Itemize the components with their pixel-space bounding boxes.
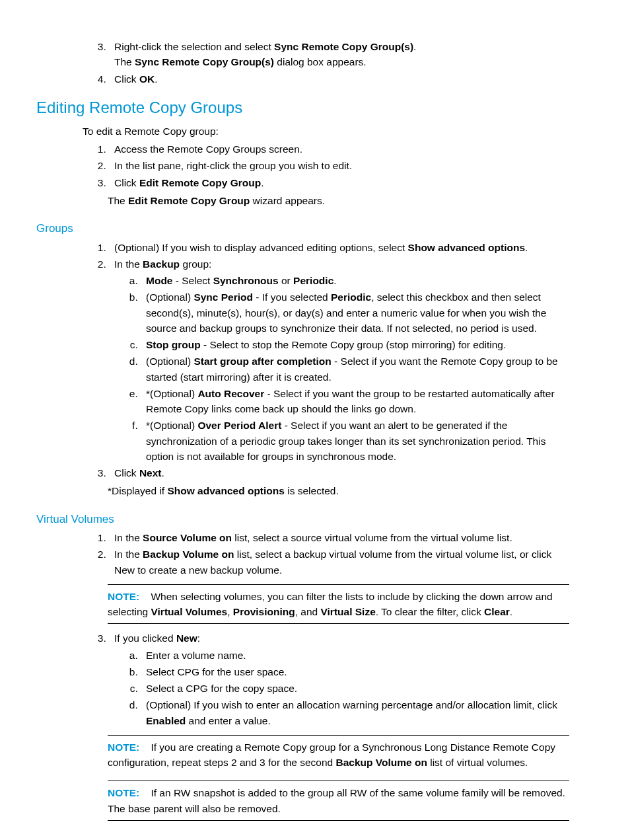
text: or xyxy=(279,275,293,286)
edit-step-3: Click Edit Remote Copy Group. xyxy=(109,175,569,190)
bold: Over Period Alert xyxy=(197,420,281,431)
text: - If you selected xyxy=(253,291,331,303)
edit-steps: Access the Remote Copy Groups screen. In… xyxy=(36,141,569,190)
bold: Auto Recover xyxy=(197,388,264,399)
text: . xyxy=(413,41,416,52)
groups-footnote: *Displayed if Show advanced options is s… xyxy=(108,483,569,498)
bold: Enabled xyxy=(146,715,186,726)
groups-step-2: In the Backup group: Mode - Select Synch… xyxy=(109,256,569,464)
sub-e: *(Optional) Auto Recover - Select if you… xyxy=(141,386,569,417)
groups-step-1: (Optional) If you wish to display advanc… xyxy=(109,240,569,255)
text: The xyxy=(108,195,128,206)
bold: Sync Remote Copy Group(s) xyxy=(274,41,413,52)
vv-step-3: If you clicked New: Enter a volume name.… xyxy=(109,630,569,728)
sub-c: Stop group - Select to stop the Remote C… xyxy=(141,337,569,352)
note-label: NOTE: xyxy=(108,591,139,602)
bold: Virtual Volumes xyxy=(151,606,227,617)
note-2: NOTE: If you are creating a Remote Copy … xyxy=(108,735,569,775)
text: *Displayed if xyxy=(108,485,167,496)
sub-d: (Optional) If you wish to enter an alloc… xyxy=(141,697,569,728)
top-continued-steps: Right-click the selection and select Syn… xyxy=(36,39,569,87)
text: (Optional) xyxy=(146,291,193,303)
note-3: NOTE: If an RW snapshot is added to the … xyxy=(108,781,569,821)
text: and enter a value. xyxy=(186,715,270,726)
text: In the xyxy=(114,258,143,270)
bold: Mode xyxy=(146,275,172,286)
text: . xyxy=(155,73,157,85)
groups-step-2-sub: Mode - Select Synchronous or Periodic. (… xyxy=(114,273,569,464)
text: (Optional) If you wish to display advanc… xyxy=(114,242,408,253)
sub-f: *(Optional) Over Period Alert - Select i… xyxy=(141,418,569,464)
bold: Next xyxy=(139,467,162,478)
vv-step-1: In the Source Volume on list, select a s… xyxy=(109,530,569,545)
text: . xyxy=(162,467,164,478)
bold: New xyxy=(176,632,197,644)
bold: Clear xyxy=(484,606,510,617)
bold: Sync Period xyxy=(193,291,253,303)
bold: Source Volume on xyxy=(143,532,232,543)
step-3-sub: The Sync Remote Copy Group(s) dialog box… xyxy=(114,54,569,69)
text: Click xyxy=(114,73,139,85)
bold: Edit Remote Copy Group xyxy=(139,177,261,188)
heading-editing-remote-copy-groups: Editing Remote Copy Groups xyxy=(36,96,569,120)
sub-d: (Optional) Start group after completion … xyxy=(141,354,569,385)
text: If an RW snapshot is added to the group … xyxy=(108,787,565,814)
text: . To clear the filter, click xyxy=(376,606,484,617)
text: . xyxy=(510,606,512,617)
text: list, select a source virtual volume fro… xyxy=(232,532,512,543)
note-label: NOTE: xyxy=(108,787,139,798)
text: (Optional) xyxy=(146,356,193,367)
heading-virtual-volumes: Virtual Volumes xyxy=(36,511,569,528)
text: In the xyxy=(114,532,143,543)
text: (Optional) If you wish to enter an alloc… xyxy=(146,699,557,710)
vv-step-3-sub: Enter a volume name. Select CPG for the … xyxy=(114,648,569,728)
heading-groups: Groups xyxy=(36,220,569,237)
text: If you clicked xyxy=(114,632,176,644)
text: is selected. xyxy=(285,485,339,496)
text: *(Optional) xyxy=(146,420,197,431)
step-3: Right-click the selection and select Syn… xyxy=(109,39,569,70)
note-label: NOTE: xyxy=(108,742,139,753)
bold: Show advanced options xyxy=(408,242,525,253)
text: . xyxy=(525,242,528,253)
text: list of virtual volumes. xyxy=(427,757,528,768)
bold: Sync Remote Copy Group(s) xyxy=(135,56,274,67)
edit-after: The Edit Remote Copy Group wizard appear… xyxy=(108,193,569,208)
bold: Edit Remote Copy Group xyxy=(128,195,250,206)
text: , xyxy=(227,606,233,617)
sub-b: Select CPG for the user space. xyxy=(141,664,569,679)
text: The xyxy=(114,56,135,67)
sub-b: (Optional) Sync Period - If you selected… xyxy=(141,289,569,336)
edit-step-2: In the list pane, right-click the group … xyxy=(109,158,569,173)
text: dialog box appears. xyxy=(274,56,367,67)
bold: Periodic xyxy=(331,291,371,303)
text: - Select to stop the Remote Copy group (… xyxy=(201,339,507,350)
text: In the xyxy=(114,549,143,560)
text: , and xyxy=(295,606,321,617)
vv-step-2: In the Backup Volume on list, select a b… xyxy=(109,547,569,578)
edit-step-1: Access the Remote Copy Groups screen. xyxy=(109,141,569,157)
step-4: Click OK. xyxy=(109,71,569,87)
bold: Backup xyxy=(143,258,180,270)
text: Click xyxy=(114,177,139,188)
text: Click xyxy=(114,467,139,478)
groups-step-3: Click Next. xyxy=(109,465,569,480)
bold: Periodic xyxy=(293,275,333,286)
sub-c: Select a CPG for the copy space. xyxy=(141,681,569,696)
bold: Synchronous xyxy=(213,275,279,286)
bold: OK xyxy=(139,73,155,85)
vv-steps: In the Source Volume on list, select a s… xyxy=(36,530,569,578)
bold: Stop group xyxy=(146,339,201,350)
note-1: NOTE: When selecting volumes, you can fi… xyxy=(108,584,569,625)
bold: Provisioning xyxy=(233,606,295,617)
bold: Backup Volume on xyxy=(143,549,234,560)
text: - Select xyxy=(172,275,213,286)
bold: Virtual Size xyxy=(320,606,375,617)
sub-a: Enter a volume name. xyxy=(141,648,569,663)
text: group: xyxy=(180,258,211,270)
bold: Show advanced options xyxy=(167,485,284,496)
text: . xyxy=(261,177,263,188)
text: : xyxy=(197,632,200,644)
text: Right-click the selection and select xyxy=(114,41,274,52)
text: *(Optional) xyxy=(146,388,197,399)
